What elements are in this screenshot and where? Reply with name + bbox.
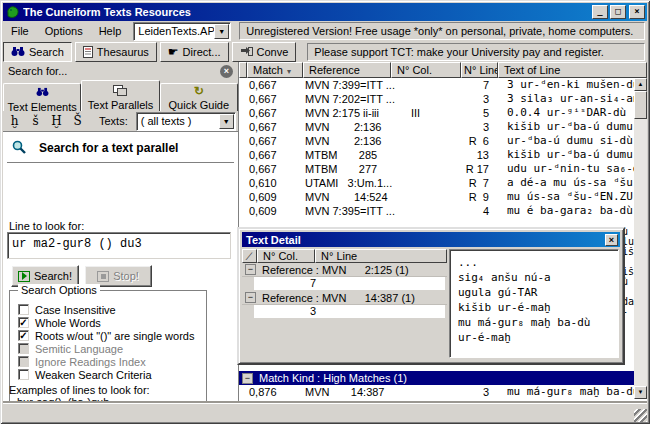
table-row[interactable]: 0,667 MVN 2:136 R 6 ur-ᵈba-ú dumu si-dù — [239, 134, 634, 148]
reference-line-row[interactable]: 3 — [242, 305, 447, 319]
line-search-input[interactable]: ur ma2-gur8 () du3 — [7, 232, 231, 259]
cell-match: 0,667 — [249, 78, 277, 92]
checkbox-option[interactable]: ✓ Case Insensitive — [18, 303, 202, 316]
special-char-button[interactable]: Š — [68, 112, 87, 130]
sort-slash-icon[interactable]: ∕ — [242, 249, 257, 263]
cell-nline: 13 — [391, 148, 489, 162]
cell-nline: 5 — [391, 106, 489, 120]
dialog-title-bar[interactable]: Text Detail × — [242, 232, 620, 247]
checkbox-option[interactable]: ✓ Roots w/out "()" are single words — [18, 329, 202, 342]
title-bar[interactable]: The Cuneiform Texts Resources _ □ × — [3, 3, 647, 21]
table-row[interactable]: 0,667 MTBM 277 R 17 udu ur-ᵈnin-tu sa₆-d — [239, 162, 634, 176]
cell-reference: UTAMI 3:Um.1... — [305, 176, 392, 190]
collapse-icon[interactable]: − — [245, 264, 256, 275]
parallel-search-form: Search for a text parallel Line to look … — [3, 131, 238, 403]
detail-text-line: mu má-gur₈ maḫ ba-dù — [458, 315, 610, 330]
dialog-close-icon[interactable]: × — [605, 234, 618, 246]
divider — [7, 162, 234, 164]
checkbox-option[interactable]: ✓ Weaken Search Criteria — [18, 368, 202, 381]
menu-bar: FileOptionsHelp LeidenTexts.APT ▼ Unregi… — [3, 21, 647, 41]
cell-text-of-line: 3 ur-ᵈen-ki mušen-dù — [507, 78, 634, 92]
tab-text-parallels[interactable]: Text Parallels — [81, 80, 159, 111]
checkbox-icon[interactable]: ✓ — [18, 356, 29, 367]
scroll-down-icon[interactable]: ▼ — [634, 386, 647, 399]
match-kind-label: Match Kind : High Matches (1) — [259, 372, 407, 384]
detail-text-line: sig₄ anšu nú-a — [458, 270, 610, 285]
checkbox-icon[interactable]: ✓ — [18, 369, 29, 380]
cell-reference: MVN 7:202=ITT ... — [305, 92, 395, 106]
direct-toolbar-button[interactable]: ☛ Direct... — [160, 42, 229, 62]
cell-reference: MVN 14:387 — [305, 385, 384, 399]
special-char-button[interactable]: š — [26, 112, 45, 130]
checkbox-option[interactable]: ✓ Ignore Readings Index — [18, 355, 202, 368]
close-button[interactable]: × — [629, 5, 645, 19]
column-header-text[interactable]: Text of Line — [498, 62, 647, 78]
cell-text-of-line: mu ús-sa ᵈšu-ᵈEN.ZU — [507, 190, 634, 204]
table-row[interactable]: 0,667 MTBM 285 13 kišib ur-ᵈba-ú dumu — [239, 148, 634, 162]
table-row[interactable]: 0,609 MVN 7:395=ITT ... 4 mu é ba-gara₂ … — [239, 204, 634, 218]
table-row[interactable]: 0,609 MVN 14:524 R 9 mu ús-sa ᵈšu-ᵈEN.ZU — [239, 190, 634, 204]
checkbox-option[interactable]: ✓ Semitic Language — [18, 342, 202, 355]
table-row[interactable]: 0,667 MVN 7:202=ITT ... 3 3 sila₃ ur-an-… — [239, 92, 634, 106]
cell-match: 0,610 — [249, 176, 277, 190]
texts-combo[interactable]: ( all texts ) ▼ — [136, 112, 236, 131]
detail-column-header-ncol[interactable]: N° Col. — [257, 249, 315, 263]
cell-reference: MVN 2:175 ii-iii — [305, 106, 379, 120]
special-char-button[interactable]: Ḫ — [47, 112, 66, 130]
table-row[interactable]: 0,667 MVN 2:175 ii-iii III 5 0.0.4 ur-ᵍⁱ… — [239, 106, 634, 120]
special-char-button[interactable]: ḫ — [5, 112, 24, 130]
table-row[interactable]: 0,610 UTAMI 3:Um.1... R 7 a dé-a mu ús-s… — [239, 176, 634, 190]
search-options-list: ✓ Case Insensitive ✓ Whole Words ✓ Roots… — [18, 303, 202, 381]
toolbar: Search Thesaurus ☛ Direct... Conve Pleas… — [3, 41, 647, 62]
chevron-down-icon[interactable]: ▼ — [219, 114, 234, 129]
detail-text-panel[interactable]: ...sig₄ anšu nú-augula gú-TARkišib ur-é-… — [449, 249, 619, 358]
table-row[interactable]: 0,667 MVN 7:399=ITT ... 7 3 ur-ᵈen-ki mu… — [239, 78, 634, 92]
tab-quick-guide[interactable]: ↻ Quick Guide — [160, 83, 238, 111]
table-row[interactable]: 0,667 MVN 2:136 3 kišib ur-ᵈba-ú dumu — [239, 120, 634, 134]
checkbox-label: Whole Words — [35, 317, 101, 329]
match-kind-group-row[interactable]: − Match Kind : High Matches (1) — [239, 371, 634, 385]
menu-item[interactable]: Help — [91, 23, 130, 39]
collapse-icon[interactable]: − — [245, 292, 256, 303]
reference-group-row[interactable]: − Reference : MVN 14:387 (1) — [242, 291, 447, 305]
checkbox-label: Semitic Language — [35, 343, 123, 355]
scrollbar-thumb[interactable] — [634, 91, 647, 119]
vertical-scrollbar[interactable]: ▲ ▼ — [634, 78, 647, 399]
cell-nline: 3 — [391, 92, 489, 106]
convert-toolbar-button[interactable]: Conve — [232, 42, 297, 62]
detail-text-line: kišib ur-é-maḫ — [458, 300, 610, 315]
column-header-ncol[interactable]: N° Col. — [391, 62, 461, 78]
column-header-match[interactable]: Match▾ — [247, 62, 303, 78]
reference-line-row[interactable]: 7 — [242, 277, 447, 291]
checkbox-icon[interactable]: ✓ — [18, 330, 29, 341]
tab-text-elements[interactable]: Text Elements — [3, 83, 81, 111]
thesaurus-toolbar-button[interactable]: Thesaurus — [75, 42, 157, 62]
resize-grip-icon[interactable] — [634, 409, 647, 422]
menu-item[interactable]: File — [3, 23, 37, 39]
search-panel-header: Search for... × — [3, 62, 238, 80]
minimize-button[interactable]: _ — [592, 5, 608, 19]
checkbox-icon[interactable]: ✓ — [18, 343, 29, 354]
maximize-button[interactable]: □ — [610, 5, 626, 19]
stop-icon — [97, 271, 109, 282]
reference-group-row[interactable]: − Reference : MVN 2:125 (1) — [242, 263, 447, 277]
apt-file-combo[interactable]: LeidenTexts.APT ▼ — [133, 22, 231, 41]
scroll-up-icon[interactable]: ▲ — [634, 78, 647, 91]
chevron-down-icon[interactable]: ▼ — [214, 24, 229, 39]
column-header-reference[interactable]: Reference — [303, 62, 391, 78]
column-header-nline[interactable]: N° Line — [461, 62, 498, 78]
cell-reference: MVN 2:136 — [305, 120, 381, 134]
detail-column-header-nline[interactable]: N° Line — [315, 249, 447, 263]
menu-item[interactable]: Options — [37, 23, 91, 39]
panel-close-icon[interactable]: × — [220, 65, 233, 78]
high-match-row[interactable]: 0,876 MVN 14:387 3 mu má-gur₈ maḫ ba-dù — [239, 385, 634, 399]
char-buttons: ḫšḪŠ — [5, 112, 89, 130]
collapse-icon[interactable]: − — [242, 373, 253, 384]
checkbox-option[interactable]: ✓ Whole Words — [18, 316, 202, 329]
cell-reference: MTBM 285 — [305, 148, 377, 162]
search-toolbar-button[interactable]: Search — [3, 42, 72, 62]
search-options-title: Search Options — [18, 284, 100, 296]
checkbox-icon[interactable]: ✓ — [18, 317, 29, 328]
dialog-title: Text Detail — [246, 234, 301, 246]
checkbox-icon[interactable]: ✓ — [18, 304, 29, 315]
